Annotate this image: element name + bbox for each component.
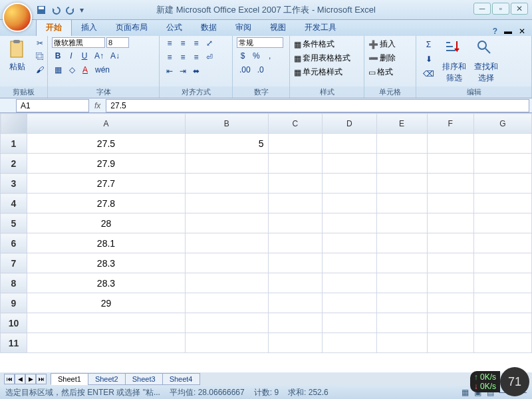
phonetic-icon[interactable]: wén <box>92 64 112 76</box>
cell[interactable] <box>473 174 531 194</box>
wrap-text-icon[interactable]: ⏎ <box>203 51 215 63</box>
select-all-corner[interactable] <box>1 114 27 134</box>
cell[interactable] <box>427 174 473 194</box>
inc-decimal-icon[interactable]: .00 <box>237 64 253 76</box>
left-align-icon[interactable]: ≡ <box>164 51 176 63</box>
format-painter-icon[interactable]: 🖌 <box>33 64 47 76</box>
cell[interactable] <box>376 174 427 194</box>
cell[interactable] <box>323 194 376 213</box>
cell[interactable] <box>185 174 268 194</box>
sheet-tab[interactable]: Sheet2 <box>88 373 126 385</box>
cell[interactable] <box>323 213 376 233</box>
cell[interactable]: 28.3 <box>27 253 186 273</box>
cell[interactable] <box>185 253 268 273</box>
tab-view[interactable]: 视图 <box>261 19 295 36</box>
cell[interactable] <box>268 174 322 194</box>
cell[interactable] <box>323 174 376 194</box>
close-button[interactable]: ✕ <box>511 3 528 15</box>
cell[interactable]: 27.8 <box>27 194 186 213</box>
cell[interactable] <box>427 134 473 154</box>
sheet-tab[interactable]: Sheet4 <box>162 373 200 385</box>
cell[interactable] <box>268 333 322 353</box>
minimize-button[interactable]: ─ <box>473 3 491 15</box>
cell[interactable] <box>376 194 427 213</box>
column-header[interactable]: A <box>27 114 186 134</box>
cell[interactable] <box>427 194 473 213</box>
center-align-icon[interactable]: ≡ <box>177 51 189 63</box>
cell[interactable] <box>268 313 322 333</box>
formula-bar[interactable]: 27.5 <box>106 99 529 112</box>
help-icon[interactable]: ? <box>493 27 497 36</box>
column-header[interactable]: E <box>376 114 427 134</box>
cell[interactable] <box>376 154 427 174</box>
find-select-button[interactable]: 查找和 选择 <box>471 37 501 85</box>
row-header[interactable]: 5 <box>1 213 27 233</box>
cell[interactable] <box>185 154 268 174</box>
cell[interactable] <box>185 293 268 313</box>
cell[interactable] <box>268 134 322 154</box>
cell[interactable] <box>268 154 322 174</box>
row-header[interactable]: 10 <box>1 313 27 333</box>
dec-indent-icon[interactable]: ⇤ <box>164 65 176 77</box>
cell[interactable] <box>323 333 376 353</box>
column-header[interactable]: B <box>185 114 268 134</box>
cell[interactable] <box>323 233 376 253</box>
bold-button[interactable]: B <box>52 50 64 62</box>
cell[interactable] <box>427 273 473 293</box>
cell[interactable] <box>185 333 268 353</box>
cell[interactable] <box>473 134 531 154</box>
cell[interactable] <box>27 333 186 353</box>
cell[interactable]: 29 <box>27 293 186 313</box>
number-format-select[interactable] <box>237 37 283 48</box>
italic-button[interactable]: I <box>65 50 77 62</box>
cell[interactable] <box>268 273 322 293</box>
font-size-select[interactable] <box>106 37 129 48</box>
merge-icon[interactable]: ⬌ <box>190 65 202 77</box>
cell[interactable]: 28 <box>27 213 186 233</box>
cell[interactable] <box>376 293 427 313</box>
fill-color-icon[interactable]: ◇ <box>66 64 78 76</box>
shrink-font-icon[interactable]: A↓ <box>108 50 122 62</box>
sort-filter-button[interactable]: 排序和 筛选 <box>440 37 469 85</box>
row-header[interactable]: 7 <box>1 253 27 273</box>
copy-icon[interactable]: ⿻ <box>33 51 47 63</box>
cell[interactable] <box>376 233 427 253</box>
cell[interactable] <box>427 233 473 253</box>
cell[interactable] <box>323 273 376 293</box>
cell[interactable] <box>473 213 531 233</box>
autosum-icon[interactable]: Σ <box>420 39 437 51</box>
underline-button[interactable]: U <box>78 50 90 62</box>
cell[interactable] <box>473 273 531 293</box>
row-header[interactable]: 1 <box>1 134 27 154</box>
cell[interactable] <box>376 313 427 333</box>
column-header[interactable]: F <box>427 114 473 134</box>
cell[interactable] <box>185 194 268 213</box>
format-cells-button[interactable]: ▭格式 <box>368 66 393 78</box>
delete-cells-button[interactable]: ➖删除 <box>368 53 396 64</box>
doc-close-icon[interactable]: ✕ <box>519 27 525 36</box>
paste-button[interactable]: 粘贴 <box>4 37 31 74</box>
redo-icon[interactable] <box>65 5 76 15</box>
cell[interactable] <box>427 213 473 233</box>
row-header[interactable]: 3 <box>1 174 27 194</box>
cell[interactable] <box>427 154 473 174</box>
bot-align-icon[interactable]: ≡ <box>190 37 202 49</box>
cell[interactable] <box>376 253 427 273</box>
tab-review[interactable]: 审阅 <box>226 19 261 36</box>
inc-indent-icon[interactable]: ⇥ <box>177 65 189 77</box>
cell[interactable] <box>323 313 376 333</box>
cell[interactable] <box>473 293 531 313</box>
cell[interactable] <box>427 253 473 273</box>
cell[interactable]: 28.3 <box>27 273 186 293</box>
right-align-icon[interactable]: ≡ <box>190 51 202 63</box>
cell[interactable] <box>427 333 473 353</box>
cell[interactable] <box>268 293 322 313</box>
cell[interactable] <box>27 313 186 333</box>
cell[interactable] <box>473 154 531 174</box>
cell[interactable] <box>185 213 268 233</box>
cell[interactable] <box>376 273 427 293</box>
cell[interactable] <box>323 253 376 273</box>
cell[interactable] <box>376 134 427 154</box>
cell[interactable] <box>185 313 268 333</box>
undo-icon[interactable] <box>51 5 61 15</box>
